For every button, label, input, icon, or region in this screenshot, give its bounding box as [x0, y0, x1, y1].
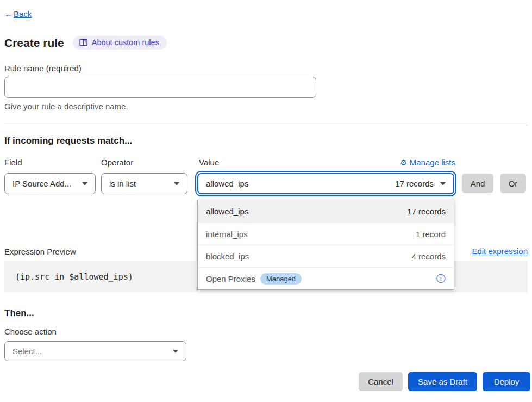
manage-lists-link[interactable]: ⚙ Manage lists: [400, 158, 455, 167]
chevron-down-icon: [173, 350, 178, 353]
list-option-internal-ips[interactable]: internal_ips 1 record: [198, 222, 454, 245]
value-column-label: Value: [199, 158, 219, 167]
operator-column-label: Operator: [101, 158, 133, 167]
value-select[interactable]: allowed_ips 17 records: [197, 173, 454, 194]
then-section-heading: Then...: [4, 308, 34, 319]
rule-name-helper: Give your rule a descriptive name.: [4, 102, 128, 111]
rule-name-label: Rule name (required): [4, 64, 82, 73]
cancel-button[interactable]: Cancel: [359, 372, 403, 391]
book-icon: [79, 39, 87, 46]
action-select[interactable]: Select...: [4, 341, 186, 361]
section-divider: [4, 125, 528, 125]
about-badge-label: About custom rules: [92, 38, 159, 47]
and-button[interactable]: And: [462, 174, 493, 193]
field-column-label: Field: [4, 158, 22, 167]
create-rule-page: ←Back Create rule About custom rules Rul…: [0, 0, 532, 402]
list-option-name: Open Proxies: [206, 274, 255, 283]
chevron-down-icon: [82, 182, 87, 185]
about-custom-rules-link[interactable]: About custom rules: [73, 36, 167, 50]
back-link-label: Back: [14, 9, 32, 18]
operator-select-value: is in list: [109, 179, 136, 188]
list-option-name: allowed_ips: [206, 207, 248, 216]
save-as-draft-button[interactable]: Save as Draft: [408, 372, 477, 391]
field-select-value: IP Source Add...: [12, 179, 71, 188]
chevron-down-icon: [440, 182, 446, 185]
edit-expression-link[interactable]: Edit expression: [472, 246, 528, 256]
operator-select[interactable]: is in list: [101, 173, 187, 194]
expression-code: (ip.src in $allowed_ips): [4, 272, 133, 282]
chevron-down-icon: [174, 182, 179, 185]
list-option-allowed-ips[interactable]: allowed_ips 17 records: [198, 200, 454, 222]
list-option-blocked-ips[interactable]: blocked_ips 4 records: [198, 245, 454, 267]
list-option-record-count: 4 records: [411, 252, 446, 261]
expression-preview-label: Expression Preview: [4, 247, 76, 256]
field-select[interactable]: IP Source Add...: [4, 173, 96, 194]
value-select-record-count: 17 records: [395, 179, 434, 188]
info-icon[interactable]: ⓘ: [436, 274, 446, 283]
value-select-value: allowed_ips: [206, 179, 248, 188]
gear-icon: ⚙: [400, 158, 407, 167]
manage-lists-label: Manage lists: [410, 158, 455, 167]
list-option-record-count: 1 record: [416, 230, 446, 239]
or-button[interactable]: Or: [500, 174, 526, 193]
deploy-button[interactable]: Deploy: [483, 372, 530, 391]
match-section-heading: If incoming requests match...: [4, 135, 132, 146]
back-arrow-icon: ←: [4, 9, 12, 18]
action-select-placeholder: Select...: [12, 347, 42, 356]
rule-name-input[interactable]: [4, 77, 316, 98]
managed-badge: Managed: [260, 273, 302, 285]
list-option-record-count: 17 records: [407, 207, 446, 216]
choose-action-label: Choose action: [4, 327, 57, 336]
list-option-name: blocked_ips: [206, 252, 249, 261]
list-option-open-proxies[interactable]: Open Proxies Managed ⓘ: [198, 267, 454, 289]
page-title: Create rule: [4, 36, 64, 50]
title-row: Create rule About custom rules: [4, 36, 167, 50]
list-dropdown: allowed_ips 17 records internal_ips 1 re…: [197, 200, 454, 290]
back-link[interactable]: ←Back: [4, 9, 32, 18]
list-option-name: internal_ips: [206, 230, 248, 239]
